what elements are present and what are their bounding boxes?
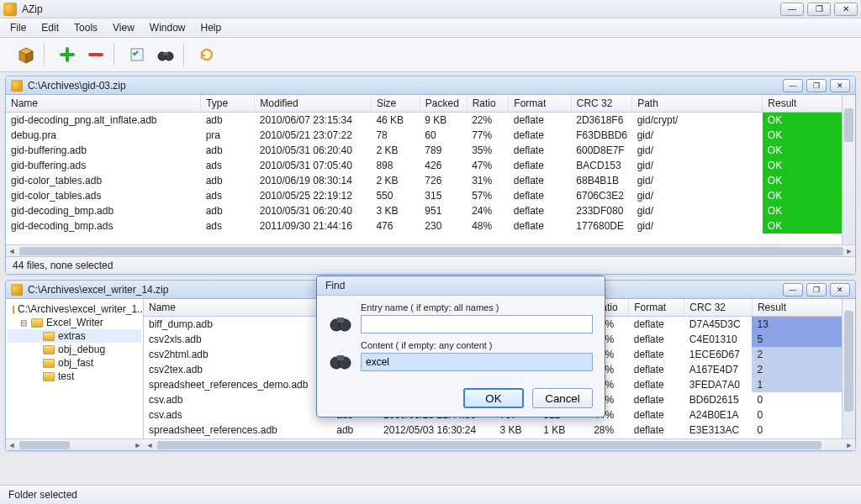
test-button[interactable]: [124, 43, 150, 66]
archive1-titlebar[interactable]: C:\Archives\gid-03.zip — ❐ ✕: [6, 76, 855, 95]
tree-folder-label: Excel_Writer: [46, 317, 103, 328]
tree-root-label: C:\Archives\excel_writer_1...: [18, 303, 144, 315]
svg-rect-12: [337, 355, 344, 360]
result-cell: 13: [752, 317, 854, 333]
table-row[interactable]: gid-decoding_png.alt_inflate.adbadb2010/…: [6, 113, 855, 129]
tree-child-label: extras: [58, 330, 86, 342]
table-row[interactable]: gid-buffering.adsads2010/05/31 07:05:408…: [6, 158, 855, 173]
table-row[interactable]: gid-decoding_bmp.adsads2011/09/30 21:44:…: [6, 218, 855, 234]
open-archive-button[interactable]: [13, 43, 39, 66]
archive1-status: 44 files, none selected: [6, 256, 855, 274]
archive2-minimize-button[interactable]: —: [783, 283, 803, 297]
menubar: File Edit Tools View Window Help: [0, 18, 861, 38]
col-packed[interactable]: Packed: [420, 95, 467, 113]
menu-edit[interactable]: Edit: [34, 20, 66, 35]
binoculars-icon: [329, 312, 352, 333]
col-crc[interactable]: CRC 32: [684, 299, 753, 317]
table-row[interactable]: gid-color_tables.adsads2010/05/25 22:19:…: [6, 188, 855, 203]
find-dialog-title[interactable]: Find: [317, 276, 605, 296]
col-type[interactable]: Type: [201, 95, 255, 113]
menu-help[interactable]: Help: [194, 20, 229, 35]
col-format[interactable]: Format: [509, 95, 571, 113]
entry-name-input[interactable]: [361, 315, 593, 333]
cancel-button[interactable]: Cancel: [532, 388, 593, 408]
archive-icon: [11, 80, 23, 92]
col-name[interactable]: Name: [6, 95, 201, 113]
find-button[interactable]: [153, 43, 178, 66]
app-minimize-button[interactable]: —: [780, 3, 804, 16]
archive1-vscrollbar[interactable]: [842, 95, 855, 244]
archive1-table[interactable]: Name Type Modified Size Packed Ratio For…: [6, 95, 855, 234]
col-name[interactable]: Name: [144, 299, 331, 317]
app-close-button[interactable]: ✕: [834, 3, 858, 16]
app-maximize-button[interactable]: ❐: [807, 3, 831, 16]
archive1-maximize-button[interactable]: ❐: [806, 79, 827, 92]
binoculars-icon: [329, 350, 352, 370]
col-ratio[interactable]: Ratio: [467, 95, 509, 113]
archive2-tree-hscrollbar[interactable]: ◄►: [6, 438, 144, 450]
result-cell: 0: [752, 423, 854, 438]
col-modified[interactable]: Modified: [255, 95, 372, 113]
tree-folder-excel-writer[interactable]: ⊟Excel_Writer: [8, 316, 141, 329]
app-title: AZip: [22, 3, 780, 15]
svg-rect-6: [163, 52, 168, 55]
table-header-row[interactable]: Name Type Modified Size Packed Ratio For…: [6, 95, 855, 113]
archive2-vscrollbar[interactable]: [842, 299, 855, 438]
plus-icon: [59, 46, 76, 63]
archive2-maximize-button[interactable]: ❐: [806, 283, 827, 297]
tree-root[interactable]: C:\Archives\excel_writer_1...: [8, 302, 141, 316]
folder-tree[interactable]: C:\Archives\excel_writer_1... ⊟Excel_Wri…: [6, 299, 144, 450]
tree-folder-obj-fast[interactable]: obj_fast: [8, 356, 141, 370]
archive1-minimize-button[interactable]: —: [783, 79, 803, 92]
add-button[interactable]: [55, 43, 80, 66]
checklist-icon: [129, 46, 145, 63]
tree-child-label: obj_debug: [58, 344, 105, 355]
menu-window[interactable]: Window: [143, 20, 193, 35]
col-crc[interactable]: CRC 32: [571, 95, 631, 113]
svg-rect-3: [131, 49, 143, 60]
find-dialog: Find Entry name ( if empty: all names ) …: [316, 276, 605, 417]
app-titlebar: AZip — ❐ ✕: [0, 0, 861, 18]
entry-name-label: Entry name ( if empty: all names ): [361, 302, 593, 312]
result-cell: 2: [752, 347, 854, 362]
table-row[interactable]: gid-buffering.adbadb2010/05/31 06:20:402…: [6, 143, 855, 158]
result-cell: 5: [752, 332, 854, 347]
result-cell: 0: [752, 407, 854, 423]
result-cell: 1: [752, 377, 854, 392]
archive2-close-button[interactable]: ✕: [830, 283, 850, 297]
menu-tools[interactable]: Tools: [67, 20, 104, 35]
refresh-icon: [198, 46, 215, 63]
binoculars-icon: [156, 46, 175, 63]
archive-icon: [11, 284, 23, 296]
menu-view[interactable]: View: [106, 20, 141, 35]
col-format[interactable]: Format: [629, 299, 684, 317]
table-row[interactable]: spreadsheet_references.adbadb2012/05/03 …: [144, 423, 855, 438]
remove-button[interactable]: [83, 43, 108, 66]
tree-folder-obj-debug[interactable]: obj_debug: [8, 343, 141, 356]
svg-rect-9: [337, 318, 344, 323]
col-size[interactable]: Size: [371, 95, 420, 113]
tree-folder-test[interactable]: test: [8, 370, 141, 383]
archive1-hscrollbar[interactable]: ◄►: [6, 244, 855, 256]
minus-icon: [87, 46, 104, 63]
content-input[interactable]: [361, 353, 593, 371]
app-icon: [3, 3, 17, 16]
tree-child-label: test: [58, 370, 74, 382]
archive1-close-button[interactable]: ✕: [830, 79, 850, 92]
toolbar: [0, 38, 861, 72]
archive2-main-hscrollbar[interactable]: ◄►: [144, 438, 855, 450]
col-path[interactable]: Path: [632, 95, 763, 113]
table-row[interactable]: gid-color_tables.adbadb2010/06/19 08:30:…: [6, 173, 855, 188]
archive-window-1: C:\Archives\gid-03.zip — ❐ ✕ Name Type M…: [5, 76, 856, 275]
result-cell: 2: [752, 362, 854, 377]
content-label: Content ( if empty: any content ): [361, 340, 593, 350]
col-result[interactable]: Result: [752, 299, 854, 317]
refresh-button[interactable]: [194, 43, 219, 66]
table-row[interactable]: debug.prapra2010/05/21 23:07:22786077%de…: [6, 128, 855, 143]
menu-file[interactable]: File: [3, 20, 33, 35]
table-row[interactable]: gid-decoding_bmp.adbadb2010/05/31 06:20:…: [6, 203, 855, 218]
tree-child-label: obj_fast: [58, 357, 93, 369]
ok-button[interactable]: OK: [463, 388, 524, 408]
box-icon: [17, 45, 35, 64]
tree-folder-extras[interactable]: extras: [8, 329, 141, 343]
